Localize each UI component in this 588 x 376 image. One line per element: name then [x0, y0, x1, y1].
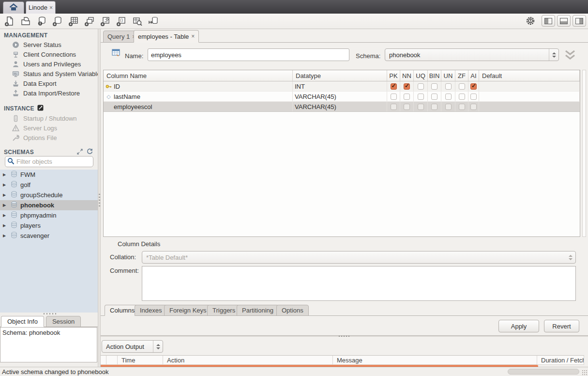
pk-checkbox[interactable] [391, 94, 397, 100]
create-stored-procedure-icon[interactable] [99, 15, 112, 28]
sidebar-item-system-variables[interactable]: Status and System Variables [0, 69, 98, 78]
zf-checkbox[interactable] [459, 83, 465, 90]
sidebar-item-options-file[interactable]: Options File [0, 133, 98, 142]
pk-checkbox[interactable] [391, 83, 397, 90]
create-schema-icon[interactable] [51, 15, 64, 28]
table-row[interactable]: ID INT [104, 81, 580, 92]
inspect-database-icon[interactable] [35, 15, 48, 28]
tab-triggers[interactable]: Triggers [207, 305, 241, 316]
close-icon[interactable]: × [49, 4, 53, 11]
comment-textarea[interactable] [142, 266, 576, 301]
toggle-right-panel-button[interactable] [573, 15, 586, 27]
apply-button[interactable]: Apply [498, 320, 539, 332]
spinner-icon[interactable] [566, 251, 575, 263]
uq-checkbox[interactable] [418, 94, 424, 100]
nn-checkbox[interactable] [404, 104, 410, 110]
revert-button[interactable]: Revert [544, 320, 579, 332]
tab-indexes[interactable]: Indexes [135, 305, 167, 316]
connection-tab-linode[interactable]: Linode × [26, 1, 56, 14]
table-row[interactable]: ◇lastName VARCHAR(45) [104, 92, 580, 102]
resize-grip[interactable] [582, 370, 587, 375]
ai-checkbox[interactable] [470, 94, 477, 100]
expand-arrow-icon[interactable]: ▶ [3, 183, 8, 187]
out-col-duration[interactable]: Duration / Fetch [537, 356, 584, 364]
uq-checkbox[interactable] [418, 104, 424, 110]
sidebar-item-data-export[interactable]: Data Export [0, 78, 98, 88]
schema-item-phonebook[interactable]: ▶ phonebook [0, 200, 98, 210]
close-icon[interactable]: × [191, 33, 195, 40]
sidebar-item-server-status[interactable]: Server Status [0, 40, 98, 49]
out-col-time[interactable]: Time [118, 356, 163, 364]
create-view-icon[interactable] [83, 15, 96, 28]
zf-checkbox[interactable] [459, 104, 465, 110]
tab-employees-table[interactable]: employees - Table × [134, 30, 199, 43]
reconnect-dbms-icon[interactable] [147, 15, 160, 28]
schema-item-groupschedule[interactable]: ▶ groupSchedule [0, 190, 98, 200]
col-header-default[interactable]: Default [479, 70, 580, 81]
bin-checkbox[interactable] [431, 83, 437, 90]
schema-item-scavenger[interactable]: ▶ scavenger [0, 231, 98, 241]
sidebar-item-server-logs[interactable]: Server Logs [0, 123, 98, 133]
nn-checkbox[interactable] [404, 94, 410, 100]
sidebar-item-client-connections[interactable]: Client Connections [0, 49, 98, 59]
sidebar-item-users-privileges[interactable]: Users and Privileges [0, 59, 98, 69]
pk-checkbox[interactable] [391, 104, 397, 110]
nn-checkbox[interactable] [404, 83, 410, 90]
uq-checkbox[interactable] [418, 83, 424, 90]
tab-options[interactable]: Options [276, 305, 309, 316]
un-checkbox[interactable] [445, 83, 452, 90]
expand-arrow-icon[interactable]: ▶ [3, 203, 8, 207]
tab-session[interactable]: Session [46, 316, 81, 327]
schema-select[interactable]: phonebook [385, 48, 559, 61]
grid-scrollbar[interactable] [582, 70, 586, 237]
sidebar-item-startup-shutdown[interactable]: Startup / Shutdown [0, 113, 98, 123]
sidebar-item-data-import[interactable]: Data Import/Restore [0, 88, 98, 98]
home-tab[interactable] [3, 1, 24, 14]
schema-item-phpmyadmin[interactable]: ▶ phpmyadmin [0, 210, 98, 220]
toggle-bottom-panel-button[interactable] [557, 15, 571, 27]
expand-arrow-icon[interactable]: ▶ [3, 193, 8, 197]
tab-object-info[interactable]: Object Info [1, 316, 44, 327]
expand-arrow-icon[interactable]: ▶ [3, 234, 8, 238]
table-row-selected[interactable]: employeescol VARCHAR(45) [104, 102, 580, 112]
col-header-pk[interactable]: PK [387, 70, 400, 81]
expand-arrow-icon[interactable]: ▶ [3, 223, 8, 228]
sidebar-splitter-handle[interactable] [44, 313, 56, 314]
search-table-data-icon[interactable] [131, 15, 144, 28]
col-header-zf[interactable]: ZF [455, 70, 468, 81]
tab-partitioning[interactable]: Partitioning [237, 305, 279, 316]
col-header-ai[interactable]: AI [468, 70, 479, 81]
col-header-datatype[interactable]: Datatype [293, 70, 387, 81]
open-sql-script-icon[interactable] [19, 15, 32, 28]
expand-editor-chevron-icon[interactable] [563, 49, 578, 61]
spinner-icon[interactable] [153, 341, 163, 352]
ai-checkbox[interactable] [470, 83, 477, 90]
refresh-schemas-icon[interactable] [87, 148, 93, 156]
new-sql-tab-icon[interactable] [3, 15, 16, 28]
un-checkbox[interactable] [445, 94, 452, 100]
schema-item-fwm[interactable]: ▶ FWM [0, 170, 98, 180]
bin-checkbox[interactable] [431, 94, 437, 100]
col-header-uq[interactable]: UQ [414, 70, 428, 81]
out-col-message[interactable]: Message [333, 356, 537, 364]
schema-filter-box[interactable] [5, 156, 93, 167]
ai-checkbox[interactable] [470, 104, 477, 110]
create-function-icon[interactable]: () [115, 15, 128, 28]
statusbar-scrollbar[interactable] [508, 369, 579, 375]
out-col-action[interactable]: Action [163, 356, 333, 364]
tab-foreign-keys[interactable]: Foreign Keys [164, 305, 212, 316]
zf-checkbox[interactable] [459, 94, 465, 100]
schema-filter-input[interactable] [16, 158, 102, 165]
col-header-bin[interactable]: BIN [428, 70, 441, 81]
spinner-icon[interactable] [549, 49, 558, 61]
col-header-nn[interactable]: NN [400, 70, 414, 81]
expand-panel-icon[interactable] [77, 149, 83, 156]
schema-item-golf[interactable]: ▶ golf [0, 180, 98, 190]
output-selector[interactable]: Action Output [102, 340, 163, 353]
table-name-input[interactable] [148, 48, 349, 61]
bin-checkbox[interactable] [431, 104, 437, 110]
expand-arrow-icon[interactable]: ▶ [3, 213, 8, 218]
col-header-name[interactable]: Column Name [104, 70, 293, 81]
toggle-left-panel-button[interactable] [542, 15, 555, 27]
col-header-un[interactable]: UN [441, 70, 455, 81]
